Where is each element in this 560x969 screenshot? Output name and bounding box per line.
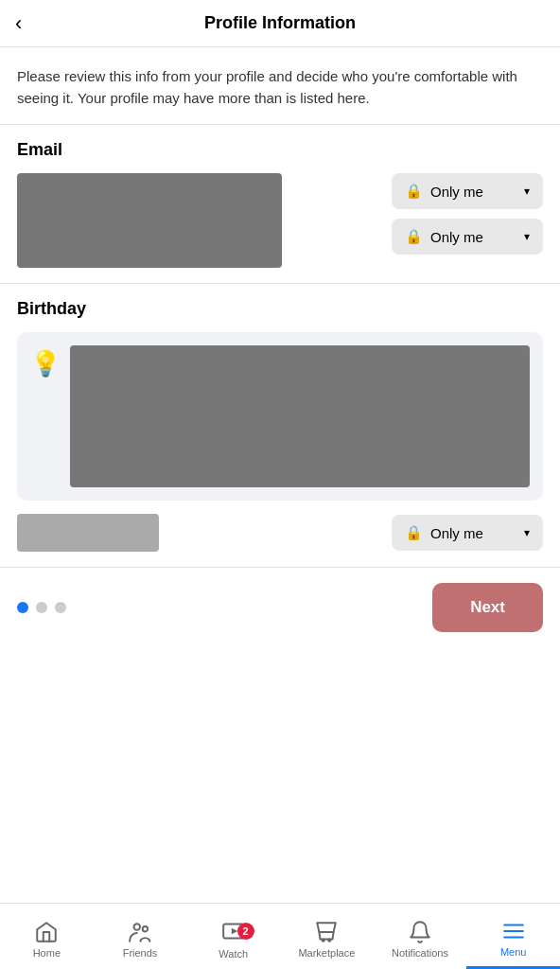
notifications-icon	[408, 920, 432, 944]
dot-3	[55, 602, 66, 613]
birthday-row: 🔒 Only me ▾	[17, 514, 543, 552]
nav-watch-label: Watch	[219, 948, 248, 960]
svg-point-5	[329, 940, 331, 942]
birthday-card: 💡	[17, 332, 543, 501]
description-text: Please review this info from your profil…	[0, 47, 560, 125]
nav-notifications-label: Notifications	[392, 947, 448, 959]
chevron-icon-3: ▾	[524, 526, 530, 539]
email-value-placeholder	[17, 173, 282, 268]
next-button[interactable]: Next	[432, 583, 543, 632]
lock-icon-3: 🔒	[405, 524, 423, 541]
page-title: Profile Information	[204, 13, 356, 33]
back-button[interactable]: ‹	[15, 11, 22, 36]
nav-friends-label: Friends	[123, 947, 158, 959]
watch-badge: 2	[237, 923, 254, 940]
home-icon	[34, 920, 59, 944]
nav-marketplace-label: Marketplace	[298, 947, 355, 959]
birthday-value-placeholder	[17, 514, 159, 552]
dot-1	[17, 602, 28, 613]
bottom-action-bar: Next	[0, 568, 560, 647]
nav-menu[interactable]: Menu	[466, 904, 560, 969]
birthday-section-title: Birthday	[17, 299, 543, 319]
svg-point-0	[134, 924, 141, 930]
marketplace-icon	[314, 920, 339, 944]
email-controls: 🔒 Only me ▾ 🔒 Only me ▾	[293, 173, 543, 255]
email-section-title: Email	[17, 140, 543, 160]
birthday-section: Birthday 💡 🔒 Only me ▾	[0, 284, 560, 568]
nav-home-label: Home	[33, 947, 61, 959]
chevron-icon-2: ▾	[524, 230, 530, 243]
bottom-nav: Home Friends 2 Watch Marketplace	[0, 903, 560, 969]
nav-home[interactable]: Home	[0, 904, 94, 969]
bulb-icon: 💡	[30, 349, 61, 379]
page-header: ‹ Profile Information	[0, 0, 560, 47]
email-privacy-btn-1[interactable]: 🔒 Only me ▾	[392, 173, 543, 209]
lock-icon-1: 🔒	[405, 183, 423, 200]
friends-icon	[128, 920, 152, 944]
nav-watch[interactable]: 2 Watch	[186, 904, 280, 969]
nav-marketplace[interactable]: Marketplace	[280, 904, 374, 969]
svg-point-1	[143, 926, 148, 931]
chevron-icon-1: ▾	[524, 185, 530, 198]
nav-friends[interactable]: Friends	[94, 904, 187, 969]
birthday-privacy-btn[interactable]: 🔒 Only me ▾	[392, 515, 543, 551]
svg-point-4	[323, 940, 324, 942]
birthday-image-placeholder	[70, 345, 530, 487]
nav-menu-label: Menu	[500, 946, 527, 958]
dot-2	[36, 602, 47, 613]
menu-icon	[501, 919, 526, 943]
nav-notifications[interactable]: Notifications	[374, 904, 467, 969]
email-privacy-btn-2[interactable]: 🔒 Only me ▾	[392, 219, 543, 255]
lock-icon-2: 🔒	[405, 228, 423, 245]
email-row: 🔒 Only me ▾ 🔒 Only me ▾	[17, 173, 543, 268]
step-dots	[17, 602, 66, 613]
email-section: Email 🔒 Only me ▾ 🔒 Only me ▾	[0, 125, 560, 284]
